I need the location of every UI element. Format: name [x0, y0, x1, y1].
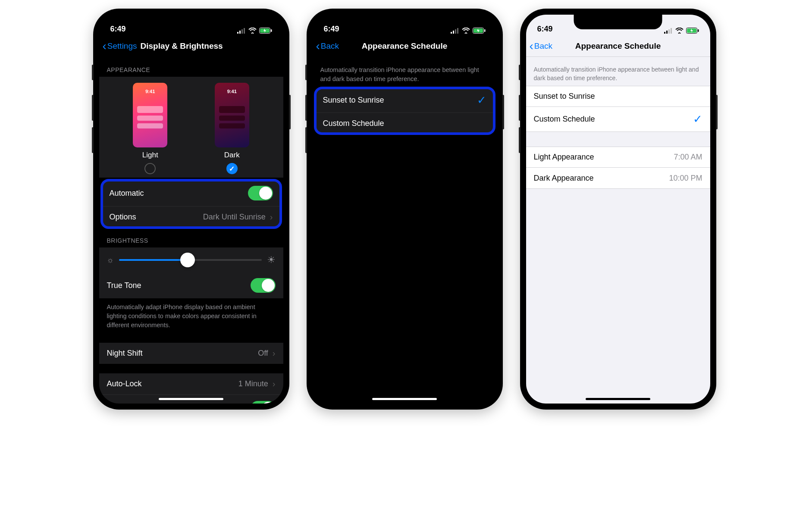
cellular-icon: [451, 28, 459, 34]
status-bar: 6:49: [99, 15, 283, 35]
light-appearance-label: Light Appearance: [534, 153, 594, 162]
wifi-icon: [248, 28, 257, 34]
svg-rect-16: [668, 29, 670, 34]
appearance-option-light[interactable]: 9:41 Light: [133, 83, 167, 174]
light-radio[interactable]: [144, 163, 156, 174]
truetone-footer: Automatically adapt iPhone display based…: [99, 298, 283, 333]
options-row[interactable]: Options Dark Until Sunrise ›: [102, 207, 281, 228]
back-button[interactable]: ‹ Settings: [103, 40, 137, 52]
svg-rect-13: [484, 29, 486, 32]
home-indicator[interactable]: [372, 398, 437, 400]
option-sunset-sunrise[interactable]: Sunset to Sunrise ✓: [315, 88, 494, 113]
sun-low-icon: ☼: [107, 256, 114, 265]
partial-switch[interactable]: [251, 401, 276, 404]
light-thumbnail: 9:41: [133, 83, 167, 147]
appearance-option-dark[interactable]: 9:41 Dark: [215, 83, 249, 174]
automatic-switch[interactable]: [248, 186, 273, 200]
brightness-slider[interactable]: [119, 259, 262, 261]
dark-appearance-row[interactable]: Dark Appearance 10:00 PM: [526, 168, 710, 188]
svg-rect-1: [239, 31, 241, 34]
svg-rect-0: [237, 32, 238, 34]
dark-thumbnail: 9:41: [215, 83, 249, 147]
options-label: Options: [110, 213, 136, 222]
cellular-icon: [237, 28, 246, 34]
autolock-value: 1 Minute: [238, 379, 268, 388]
chevron-left-icon: ‹: [530, 40, 533, 52]
nav-title: Appearance Schedule: [575, 41, 661, 51]
option-custom-schedule[interactable]: Custom Schedule ✓: [526, 107, 710, 131]
appearance-options: 9:41 Light 9:41 Dark: [99, 77, 283, 178]
navbar: ‹ Back Appearance Schedule: [526, 35, 710, 57]
nightshift-value: Off: [258, 349, 268, 358]
autolock-row[interactable]: Auto-Lock 1 Minute ›: [99, 373, 283, 395]
automatic-row[interactable]: Automatic: [102, 180, 281, 207]
svg-rect-8: [453, 31, 454, 34]
brightness-header: BRIGHTNESS: [99, 228, 283, 247]
navbar: ‹ Settings Display & Brightness: [99, 35, 283, 57]
check-icon: ✓: [693, 113, 702, 126]
appearance-header: APPEARANCE: [99, 57, 283, 77]
status-time: 6:49: [324, 25, 339, 34]
back-label: Back: [321, 41, 339, 51]
back-label: Back: [534, 41, 552, 51]
back-button[interactable]: ‹ Back: [316, 40, 339, 52]
battery-charging-icon: [686, 28, 699, 34]
brightness-slider-row: ☼ ☀: [99, 247, 283, 272]
truetone-label: True Tone: [107, 281, 141, 290]
nav-title: Display & Brightness: [140, 41, 223, 51]
dark-appearance-label: Dark Appearance: [534, 174, 594, 183]
dark-appearance-time: 10:00 PM: [669, 174, 702, 183]
home-indicator[interactable]: [159, 398, 223, 400]
svg-rect-7: [451, 32, 452, 34]
automatic-label: Automatic: [110, 189, 144, 198]
nightshift-row[interactable]: Night Shift Off ›: [99, 343, 283, 364]
back-label: Settings: [107, 41, 137, 51]
svg-rect-17: [671, 28, 672, 34]
svg-rect-10: [457, 28, 458, 34]
status-bar: 6:49: [526, 15, 710, 35]
svg-rect-9: [455, 29, 456, 34]
check-icon: ✓: [477, 94, 486, 107]
nightshift-label: Night Shift: [107, 349, 143, 358]
svg-rect-14: [664, 32, 665, 34]
schedule-description: Automatically transition iPhone appearan…: [313, 57, 497, 87]
light-label: Light: [142, 151, 158, 160]
battery-charging-icon: [473, 28, 486, 34]
navbar: ‹ Back Appearance Schedule: [313, 35, 497, 57]
svg-rect-20: [698, 29, 699, 32]
schedule-description: Automatically transition iPhone appearan…: [526, 57, 710, 86]
option-label: Custom Schedule: [534, 115, 595, 124]
schedule-options-highlight: Sunset to Sunrise ✓ Custom Schedule: [315, 88, 494, 134]
svg-rect-3: [244, 28, 245, 34]
options-value: Dark Until Sunrise: [203, 213, 266, 222]
option-label: Sunset to Sunrise: [323, 96, 384, 105]
svg-rect-2: [241, 29, 243, 34]
wifi-icon: [462, 28, 470, 34]
nav-title: Appearance Schedule: [362, 41, 448, 51]
autolock-label: Auto-Lock: [107, 379, 142, 388]
truetone-row[interactable]: True Tone: [99, 272, 283, 298]
chevron-left-icon: ‹: [316, 40, 320, 52]
battery-charging-icon: [259, 28, 272, 34]
automatic-group-highlight: Automatic Options Dark Until Sunrise ›: [102, 180, 281, 228]
light-appearance-time: 7:00 AM: [674, 153, 702, 162]
option-custom-schedule[interactable]: Custom Schedule: [315, 113, 494, 134]
option-label: Sunset to Sunrise: [534, 92, 595, 101]
chevron-left-icon: ‹: [103, 40, 107, 52]
chevron-right-icon: ›: [273, 379, 276, 389]
wifi-icon: [675, 28, 684, 34]
svg-rect-15: [666, 31, 668, 34]
light-appearance-row[interactable]: Light Appearance 7:00 AM: [526, 147, 710, 168]
dark-radio[interactable]: [226, 163, 238, 174]
option-label: Custom Schedule: [323, 119, 384, 128]
status-bar: 6:49: [313, 15, 497, 35]
home-indicator[interactable]: [586, 398, 650, 400]
sun-high-icon: ☀: [267, 254, 276, 266]
option-sunset-sunrise[interactable]: Sunset to Sunrise: [526, 86, 710, 107]
truetone-switch[interactable]: [251, 278, 276, 293]
chevron-right-icon: ›: [270, 212, 273, 222]
back-button[interactable]: ‹ Back: [530, 40, 553, 52]
dark-label: Dark: [224, 151, 240, 160]
chevron-right-icon: ›: [273, 348, 276, 358]
cellular-icon: [664, 28, 673, 34]
